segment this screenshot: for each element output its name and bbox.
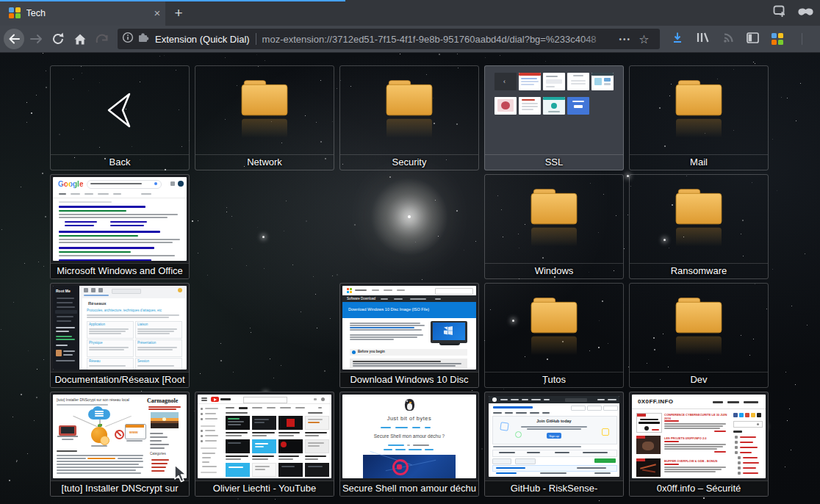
navigation-toolbar: Extension (Quick Dial) moz-extension://3… <box>0 26 820 53</box>
x0ff-article2-title: LES PROJETS 0X0FF.INFO 2.0 <box>664 436 727 440</box>
rootme-brand: Root Me <box>56 289 71 293</box>
back-button[interactable] <box>3 28 25 50</box>
dial-youtube-channel[interactable]: Olivier Liechti - YouTube <box>195 392 334 497</box>
new-container-tab-icon[interactable] <box>773 5 787 21</box>
google-logo: Google <box>58 180 83 188</box>
dial-rootme-reseaux[interactable]: Root Me <box>50 283 190 388</box>
dnscrypt-title: [tuto] Installer DNScrypt sur son réseau… <box>57 397 129 402</box>
rootme-subheading: Protocoles, architecture, techniques d'a… <box>87 309 162 312</box>
dial-label: Olivier Liechti - YouTube <box>195 480 334 496</box>
dial-0x0ff-info[interactable]: 0X0FF.INFO CONFERENCE CYBERSECURITE LE 3… <box>629 392 769 497</box>
dial-thumbnail: Just bit of bytes Secure Shell mon amour… <box>340 392 478 480</box>
dial-label: 0x0ff.info – Sécurité <box>630 480 768 496</box>
forward-button <box>25 28 47 50</box>
dial-label: [tuto] Installer DNScrypt sur <box>51 480 189 496</box>
toolbar-separator <box>802 33 802 45</box>
dial-folder-security[interactable]: Security <box>339 65 479 170</box>
dial-label: Microsoft Windows and Office <box>51 263 189 278</box>
dial-secure-shell-article[interactable]: Just bit of bytes Secure Shell mon amour… <box>339 392 479 497</box>
dial-folder-dev[interactable]: Dev <box>629 283 769 388</box>
folder-icon <box>630 66 768 154</box>
dial-label: Secure Shell mon amour déchu <box>340 480 478 496</box>
dial-label: Windows <box>485 263 623 278</box>
library-icon[interactable] <box>696 32 710 46</box>
reload-button[interactable] <box>47 28 69 50</box>
identity-label: Extension (Quick Dial) <box>155 34 250 45</box>
tab-close-icon[interactable]: × <box>149 7 165 19</box>
folder-icon <box>485 284 623 372</box>
dial-github-risksense[interactable]: Join GitHub today Sign up <box>484 392 624 497</box>
tab-bar: Tech × + <box>0 0 820 26</box>
rss-icon[interactable] <box>722 32 734 46</box>
dial-thumbnail: Google <box>51 175 189 263</box>
dial-folder-ssl[interactable]: ‹ SSL <box>484 65 624 170</box>
dial-folder-mail[interactable]: Mail <box>629 65 769 170</box>
x0ff-brand: 0X0FF.INFO <box>638 398 673 405</box>
folder-icon <box>340 66 478 154</box>
dial-folder-ransomware[interactable]: Ransomware <box>629 174 769 279</box>
quickdial-toolbar-icon[interactable] <box>772 33 783 45</box>
folder-preview: ‹ <box>485 66 623 154</box>
dial-label: Tutos <box>485 372 623 387</box>
dial-thumbnail: 0X0FF.INFO CONFERENCE CYBERSECURITE LE 3… <box>630 392 768 480</box>
url-text[interactable]: moz-extension://3712ed51-7f15-4f1f-9e8b-… <box>262 34 616 45</box>
identity-box[interactable]: Extension (Quick Dial) <box>122 32 250 46</box>
dial-thumbnail: Root Me <box>51 284 189 372</box>
dial-thumbnail: Join GitHub today Sign up <box>485 392 623 480</box>
x0ff-article3-title: BUFFER OVERFLOW & GDB - BONUS <box>664 459 727 463</box>
dial-label: Mail <box>630 154 768 170</box>
sidebar-toggle-icon[interactable] <box>747 32 759 46</box>
tab-title: Tech <box>26 8 150 18</box>
tab-tech[interactable]: Tech × <box>0 0 165 26</box>
dial-label: Security <box>340 154 478 170</box>
carmagnole-brand: Carmagnole <box>147 397 178 404</box>
dial-dnscrypt-tuto[interactable]: [tuto] Installer DNScrypt sur son réseau… <box>50 392 190 497</box>
dial-label: Back <box>51 154 189 170</box>
page-actions-icon[interactable]: ••• <box>619 35 632 43</box>
jbob-brand: Just bit of bytes <box>342 415 476 422</box>
new-tab-button[interactable]: + <box>168 0 190 26</box>
dial-label: Ransomware <box>630 263 768 278</box>
dial-folder-network[interactable]: Network <box>195 65 334 170</box>
dial-thumbnail: Software Download Download Windows 10 Di… <box>340 284 478 372</box>
quickdial-page: Back Network Security ‹ <box>0 53 820 504</box>
dial-label: Download Windows 10 Disc <box>340 372 478 387</box>
dnscrypt-categories: Catégories <box>150 452 166 456</box>
msdl-nav: Software Download <box>347 297 375 300</box>
url-bar[interactable]: Extension (Quick Dial) moz-extension://3… <box>118 29 660 49</box>
msdl-banner: Download Windows 10 Disc Image (ISO File… <box>348 307 429 312</box>
rootme-heading: Réseaux <box>88 301 107 306</box>
dnscrypt-www: www <box>129 430 138 434</box>
home-button[interactable] <box>69 28 91 50</box>
quickdial-favicon <box>9 7 21 19</box>
dial-label: Network <box>195 154 334 170</box>
github-hero: Join GitHub today <box>489 419 619 423</box>
dial-windows10-download[interactable]: Software Download Download Windows 10 Di… <box>339 283 479 388</box>
github-signup: Sign up <box>547 434 561 438</box>
dial-label: SSL <box>485 154 623 170</box>
bookmark-star-icon[interactable]: ☆ <box>639 32 649 46</box>
disabled-toolbar-icon <box>91 28 113 50</box>
dial-folder-tutos[interactable]: Tutos <box>484 283 624 388</box>
dial-label: Documentation/Réseaux [Root <box>51 372 189 387</box>
msdl-section: Before you begin <box>358 350 385 353</box>
dial-thumbnail: [tuto] Installer DNScrypt sur son réseau… <box>51 392 189 480</box>
mouse-cursor <box>173 464 187 483</box>
folder-icon <box>630 284 768 372</box>
info-icon[interactable] <box>122 32 134 46</box>
downloads-icon[interactable] <box>672 32 683 46</box>
back-arrow-icon <box>51 66 189 154</box>
folder-icon <box>630 175 768 263</box>
folder-icon <box>195 66 334 154</box>
dial-folder-windows[interactable]: Windows <box>484 174 624 279</box>
dial-back[interactable]: Back <box>50 65 190 170</box>
extension-puzzle-icon <box>137 32 150 46</box>
dial-microsoft-windows-office[interactable]: Google <box>50 174 190 279</box>
dial-thumbnail <box>195 392 334 480</box>
urlbar-separator <box>256 33 256 45</box>
dial-label: GitHub - RiskSense- <box>485 480 623 496</box>
dial-grid: Back Network Security ‹ <box>50 65 769 497</box>
jbob-title: Secure Shell mon amour déchu ? <box>342 433 476 439</box>
private-browsing-mask-icon <box>797 7 814 20</box>
x0ff-article1-title: CONFERENCE CYBERSECURITE LE 30 JUIN 2016 <box>664 413 727 420</box>
